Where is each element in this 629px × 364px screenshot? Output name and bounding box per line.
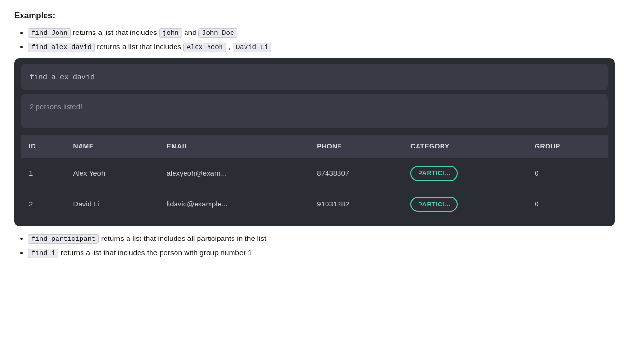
col-header-name: NAME (66, 135, 159, 158)
status-text: 2 persons listed! (30, 102, 82, 111)
example-item-2: find alex david returns a list that incl… (28, 41, 615, 53)
example-1-and: and (184, 28, 198, 36)
cell-phone: 87438807 (309, 158, 403, 189)
example-1-result2: John Doe (198, 28, 237, 38)
examples-list: find John returns a list that includes j… (14, 27, 615, 53)
example-2-command: find alex david (28, 43, 95, 52)
results-table-container: ID NAME EMAIL PHONE CATEGORY GROUP 1Alex… (21, 135, 608, 219)
category-badge: PARTICI... (410, 166, 458, 181)
table-row: 1Alex Yeohalexyeoh@exam...87438807PARTIC… (21, 158, 608, 189)
example-1-prefix: returns a list that includes (73, 28, 159, 36)
results-table: ID NAME EMAIL PHONE CATEGORY GROUP 1Alex… (21, 135, 608, 219)
example-3-command: find participant (28, 234, 99, 244)
example-1-command: find John (28, 28, 71, 38)
cell-group: 0 (527, 189, 608, 219)
example-item-4: find 1 returns a list that includes the … (28, 247, 615, 259)
demo-panel: find alex david 2 persons listed! ID NAM… (14, 58, 615, 227)
example-2-prefix: returns a list that includes (97, 43, 183, 51)
cell-email: alexyeoh@exam... (159, 158, 309, 189)
example-2-separator: , (228, 43, 233, 51)
cell-email: lidavid@example... (159, 189, 309, 219)
example-item-3: find participant returns a list that inc… (28, 233, 615, 244)
example-2-result2: David Li (233, 43, 271, 52)
example-4-text: returns a list that includes the person … (61, 249, 252, 257)
cell-phone: 91031282 (309, 189, 403, 219)
bottom-examples-list: find participant returns a list that inc… (14, 233, 615, 259)
example-1-result1: john (159, 28, 182, 38)
cell-id: 1 (21, 158, 66, 189)
cell-category: PARTICI... (403, 158, 527, 189)
example-3-text: returns a list that includes all partici… (101, 234, 267, 242)
col-header-category: CATEGORY (403, 135, 527, 158)
cell-id: 2 (21, 189, 66, 219)
col-header-group: GROUP (527, 135, 608, 158)
cell-name: Alex Yeoh (66, 158, 159, 189)
col-header-id: ID (21, 135, 66, 158)
category-badge: PARTICI... (410, 197, 458, 212)
search-box[interactable]: find alex david (21, 64, 608, 90)
col-header-phone: PHONE (309, 135, 403, 158)
cell-group: 0 (527, 158, 608, 189)
col-header-email: EMAIL (159, 135, 309, 158)
example-4-command: find 1 (28, 249, 58, 258)
cell-name: David Li (66, 189, 159, 219)
example-2-result1: Alex Yeoh (183, 43, 226, 52)
example-item-1: find John returns a list that includes j… (28, 27, 615, 38)
status-box: 2 persons listed! (21, 94, 608, 128)
table-header-row: ID NAME EMAIL PHONE CATEGORY GROUP (21, 135, 608, 158)
table-row: 2David Lilidavid@example...91031282PARTI… (21, 189, 608, 219)
examples-heading: Examples: (14, 10, 615, 22)
search-input-value[interactable]: find alex david (30, 73, 94, 81)
cell-category: PARTICI... (403, 189, 527, 219)
